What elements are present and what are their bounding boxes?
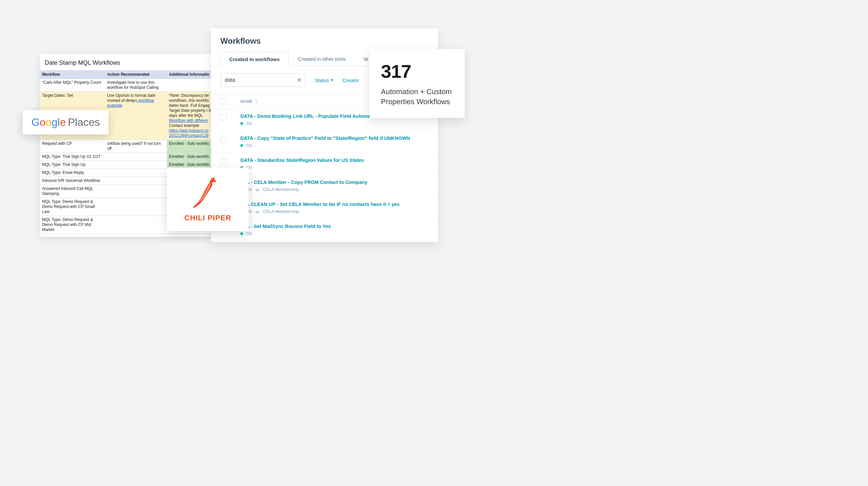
- status-dot-icon: [240, 144, 243, 147]
- cell-workflow: MQL Type: Demo Request & Demo Request wi…: [40, 198, 105, 216]
- tab-created-in-other-tools[interactable]: Created in other tools: [289, 52, 354, 66]
- folder-label[interactable]: CELA Membership: [263, 209, 299, 214]
- status-label: On: [246, 231, 252, 236]
- row-content: DATA - Standardize State/Region Values f…: [240, 158, 364, 170]
- cell-workflow: Answered Inbound Call MQL Stamping: [40, 185, 105, 198]
- row-content: ATA CLEAN UP - Set CELA Member to No IF …: [240, 202, 400, 214]
- cell-action: [105, 216, 167, 234]
- google-letter: l: [57, 116, 60, 129]
- cell-workflow: MQL Type: Demo Request & Demo Request wi…: [40, 216, 105, 234]
- google-letter: g: [52, 116, 57, 129]
- link[interactable]: Workflow with differen: [169, 118, 212, 123]
- folder-label[interactable]: CELA Membership: [263, 187, 299, 192]
- workflow-title-link[interactable]: ATA CLEAN UP - Set CELA Member to No IF …: [240, 202, 400, 207]
- cell-workflow: MQL Type: Email Reply: [40, 169, 105, 176]
- stat-card: 317 Automation + Custom Properties Workf…: [370, 49, 465, 118]
- table-row[interactable]: "Calls After MQL" Property CountInvestig…: [40, 79, 214, 92]
- spreadsheet-header-row: Workflow Action Recommended Additional I…: [40, 70, 214, 79]
- name-header-label: NAME: [240, 99, 253, 104]
- creator-filter[interactable]: Creator: [343, 77, 359, 83]
- sort-icon: [255, 99, 258, 104]
- tab-created-in-workflows[interactable]: Created in workflows: [220, 52, 289, 66]
- cell-action: [105, 161, 167, 168]
- status-filter[interactable]: Status: [315, 77, 333, 83]
- workflow-title-link[interactable]: ATA - Set MailSync Bounce Field to Yes: [240, 224, 331, 229]
- chili-pepper-icon: [193, 176, 223, 211]
- google-places-text: Places: [68, 116, 100, 129]
- clear-search-icon[interactable]: ✕: [297, 76, 302, 84]
- cell-action: [105, 153, 167, 161]
- stat-label: Automation + Custom Properties Workflows: [381, 87, 453, 106]
- cell-additional: *Note: Discrepancy be workflows, this wo…: [167, 92, 214, 139]
- google-letter: e: [60, 116, 66, 129]
- cell-workflow: MQL Type: Trial Sign Up: [40, 161, 105, 168]
- cell-additional: Enrolled - Solo workflo: [167, 140, 214, 153]
- row-checkbox[interactable]: [220, 115, 226, 121]
- cell-workflow: "Calls After MQL" Property Count: [40, 79, 105, 92]
- column-header-name[interactable]: NAME: [240, 99, 258, 104]
- cell-action: orkflow being used? If not turn off.: [105, 140, 167, 153]
- col-header-action: Action Recommended: [105, 71, 167, 78]
- stat-number: 317: [381, 60, 453, 82]
- google-letter: G: [31, 116, 40, 129]
- row-meta: On: [240, 231, 331, 236]
- cell-action: [105, 185, 167, 198]
- select-all-checkbox[interactable]: [220, 98, 226, 104]
- row-meta: On: [240, 143, 410, 148]
- cell-action: Use Opshub to format date instead of del…: [105, 92, 167, 139]
- row-content: ATA - Set MailSync Bounce Field to YesOn: [240, 224, 331, 236]
- google-places-badge: G o o g l e Places: [23, 110, 108, 134]
- cell-action: [105, 177, 167, 185]
- cell-action: [105, 198, 167, 216]
- chili-piper-label: CHILI PIPER: [184, 214, 231, 222]
- folder-icon: [255, 209, 259, 214]
- workflow-title-link[interactable]: DATA - Standardize State/Region Values f…: [240, 158, 364, 163]
- cell-action: Investigate how to use this workflow for…: [105, 79, 167, 92]
- row-content: DATA - Demo Booking Link URL - Populate …: [240, 114, 371, 126]
- cell-additional: Enrolled - Solo workflo: [167, 153, 214, 161]
- row-checkbox[interactable]: [220, 159, 226, 165]
- table-row[interactable]: MQL Type: Trial Sign Up V2 1/27Enrolled …: [40, 153, 214, 161]
- row-checkbox[interactable]: [220, 136, 226, 142]
- row-meta: On: [240, 121, 371, 126]
- status-label: On: [246, 121, 252, 126]
- row-content: DATA - Copy "State of Practice" Field to…: [240, 135, 410, 148]
- folder-icon: [255, 187, 259, 192]
- row-content: ATA - CELA Member - Copy FROM Contact to…: [240, 180, 367, 192]
- workflow-title-link[interactable]: ATA - CELA Member - Copy FROM Contact to…: [240, 180, 367, 185]
- search-container: ✕: [220, 73, 306, 87]
- chili-piper-badge: CHILI PIPER: [167, 168, 249, 231]
- google-letter: o: [46, 116, 52, 129]
- table-row[interactable]: Request with CPorkflow being used? If no…: [40, 140, 214, 153]
- col-header-additional: Additional Informatio: [167, 71, 214, 78]
- workflow-row[interactable]: DATA - Copy "State of Practice" Field to…: [211, 131, 438, 153]
- spreadsheet-title: Date Stamp MQL Workflows: [40, 59, 214, 70]
- link[interactable]: https://app.hubspot.co 20321369/contact/…: [169, 128, 212, 138]
- creator-filter-label: Creator: [343, 77, 359, 83]
- workflow-title-link[interactable]: DATA - Copy "State of Practice" Field to…: [240, 135, 410, 141]
- search-input[interactable]: [220, 73, 306, 87]
- workflow-title-link[interactable]: DATA - Demo Booking Link URL - Populate …: [240, 114, 371, 119]
- cell-additional: [167, 79, 214, 92]
- status-filter-label: Status: [315, 77, 329, 83]
- workflow-row[interactable]: DATA SYNC - Plan Interval, Plan Type, Re…: [211, 241, 438, 242]
- status-label: On: [246, 143, 252, 148]
- google-letter: o: [40, 116, 46, 129]
- cell-workflow: Request with CP: [40, 140, 105, 153]
- chevron-down-icon: [331, 79, 333, 81]
- col-header-workflow: Workflow: [40, 71, 105, 78]
- cell-workflow: Inbound IVR Voicemail Workflow: [40, 177, 105, 185]
- cell-action: [105, 169, 167, 176]
- row-meta: OnCELA Membership: [240, 209, 400, 214]
- cell-workflow: MQL Type: Trial Sign Up V2 1/27: [40, 153, 105, 161]
- row-meta: OnCELA Membership: [240, 187, 367, 192]
- status-dot-icon: [240, 122, 243, 125]
- status-dot-icon: [240, 232, 243, 235]
- row-meta: On: [240, 165, 364, 170]
- link[interactable]: workflow example: [107, 98, 154, 108]
